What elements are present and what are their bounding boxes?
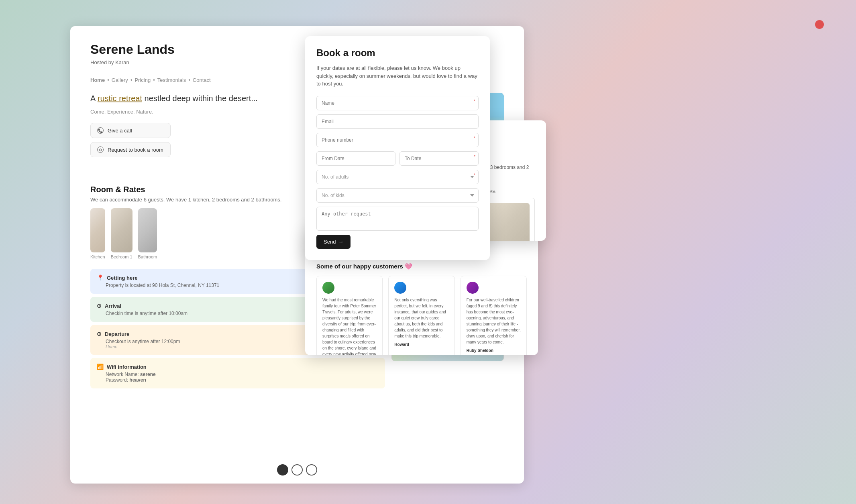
- to-date-wrapper: *: [399, 151, 479, 166]
- phone-input[interactable]: [316, 133, 479, 147]
- bedroom-image: [111, 208, 132, 252]
- book-panel: Book a room If your dates are at all fle…: [305, 36, 490, 260]
- bathroom-image: [138, 208, 157, 252]
- bathroom-label: Bathroom: [138, 254, 157, 259]
- to-date-input[interactable]: [399, 151, 479, 166]
- from-date-input[interactable]: [316, 151, 395, 166]
- avatar-ruby-2: [467, 282, 479, 294]
- pagination-dot-2[interactable]: [291, 464, 303, 476]
- request-book-button[interactable]: ⊙ Request to book a room: [90, 142, 171, 157]
- kids-field-wrapper: No. of kids 0 1 2 3: [316, 188, 479, 203]
- bedroom-label: Bedroom 1: [111, 254, 132, 259]
- departure-icon: ⊙: [97, 331, 102, 337]
- nav-gallery[interactable]: Gallery: [112, 77, 128, 83]
- email-field-wrapper: [316, 114, 479, 129]
- review-text-1: We had the most remarkable family tour w…: [322, 297, 377, 355]
- review-text-2: Not only everything was perfect, but we …: [394, 297, 448, 339]
- arrival-icon: ⊙: [97, 303, 102, 309]
- book-title: Book a room: [316, 47, 479, 59]
- pagination-dot-3[interactable]: [306, 464, 317, 476]
- nav-testimonials[interactable]: Testimonials: [157, 77, 186, 83]
- wifi-icon: 📶: [97, 364, 104, 370]
- avatar-howard: [394, 282, 406, 294]
- other-request-input[interactable]: [316, 207, 479, 231]
- review-card-2: Not only everything was perfect, but we …: [388, 276, 454, 355]
- nav-contact[interactable]: Contact: [193, 77, 211, 83]
- review-card-3: For our well-travelled children (aged 9 …: [461, 276, 527, 355]
- departure-title: Departure: [105, 331, 129, 337]
- adults-field-wrapper: No. of adults 1 2 3 4 5 6 *: [316, 170, 479, 184]
- arrival-title: Arrival: [105, 303, 121, 309]
- wifi-card: 📶 Wifi information Network Name: serene …: [90, 358, 385, 388]
- review-card-1: We had the most remarkable family tour w…: [316, 276, 383, 355]
- name-input[interactable]: [316, 96, 479, 110]
- kitchen-label: Kitchen: [90, 254, 105, 259]
- adults-required: *: [474, 173, 475, 177]
- avatar-ruby: [322, 282, 334, 294]
- nav-pricing[interactable]: Pricing: [135, 77, 151, 83]
- send-button[interactable]: Send →: [316, 235, 351, 249]
- wifi-title: Wifi information: [107, 364, 147, 370]
- pagination-dot-1[interactable]: [277, 464, 288, 476]
- book-form: * * * No. of adults: [316, 96, 479, 249]
- book-desc: If your dates are at all flexible, pleas…: [316, 64, 479, 88]
- wifi-network: Network Name: serene: [97, 372, 379, 377]
- wifi-password: Password: heaven: [97, 377, 379, 383]
- getting-here-title: Getting here: [107, 275, 138, 281]
- phone-icon: 📞: [97, 127, 104, 134]
- location-icon: 📍: [97, 274, 104, 281]
- email-input[interactable]: [316, 114, 479, 129]
- phone-field-wrapper: *: [316, 133, 479, 147]
- nav-home[interactable]: Home: [90, 77, 105, 83]
- review-author-2: Howard: [394, 342, 448, 347]
- name-required: *: [474, 99, 475, 104]
- call-button[interactable]: 📞 Give a call: [90, 123, 171, 138]
- kids-select[interactable]: No. of kids 0 1 2 3: [316, 188, 479, 203]
- review-text-3: For our well-travelled children (aged 9 …: [467, 297, 521, 345]
- testimonial-cards: We had the most remarkable family tour w…: [316, 276, 527, 355]
- circle-icon: ⊙: [97, 146, 104, 153]
- happy-customers-label: Some of our happy customers 🩷: [316, 263, 527, 270]
- kitchen-image: [90, 208, 105, 252]
- to-date-required: *: [474, 154, 475, 159]
- adults-select[interactable]: No. of adults 1 2 3 4 5 6: [316, 170, 479, 184]
- status-dot: [815, 20, 824, 29]
- arrow-icon: →: [338, 239, 343, 245]
- from-date-wrapper: [316, 151, 395, 166]
- pagination: [277, 464, 317, 476]
- phone-required: *: [474, 136, 475, 140]
- review-author-3: Ruby Sheldon: [467, 348, 521, 353]
- name-field-wrapper: *: [316, 96, 479, 110]
